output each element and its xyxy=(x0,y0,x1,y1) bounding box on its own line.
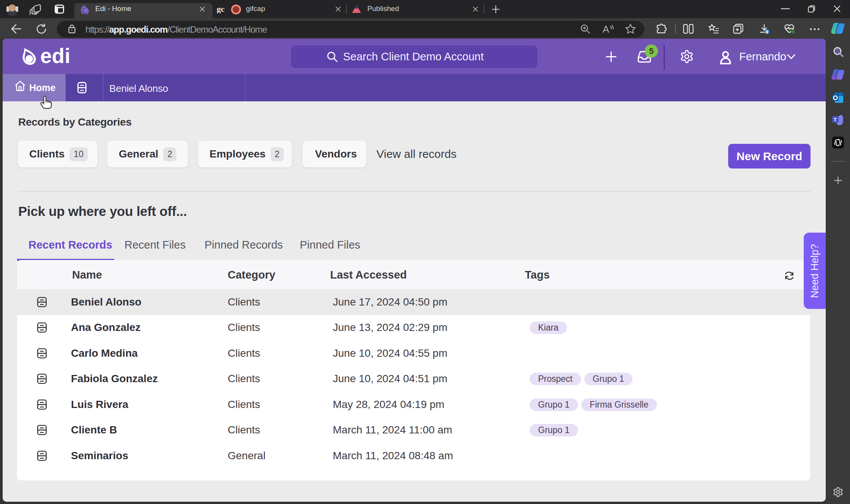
svg-text:gc: gc xyxy=(217,5,225,13)
svg-text:T: T xyxy=(834,117,837,123)
svg-text:A: A xyxy=(603,24,609,34)
